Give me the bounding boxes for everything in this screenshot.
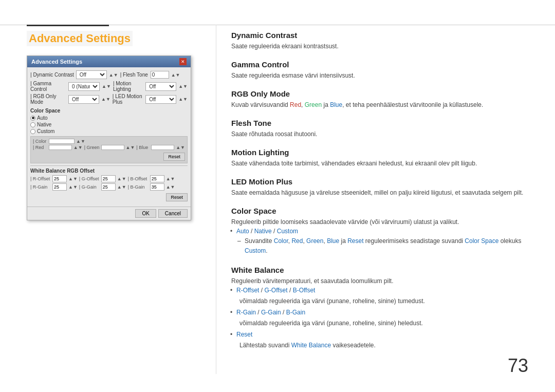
- dialog-row-3: | RGB Only Mode Off ▲▼ | LED Motion Plus…: [30, 94, 188, 105]
- dynamic-contrast-section: Dynamic Contrast Saate reguleerida ekraa…: [231, 31, 528, 51]
- led-motion-plus-heading: LED Motion Plus: [231, 177, 528, 186]
- auto-radio-row: Auto: [30, 115, 188, 121]
- section-title: Advanced Settings: [27, 31, 133, 46]
- custom-link-2: Custom: [245, 247, 266, 254]
- white-balance-section: White Balance Reguleerib värvitemperatuu…: [231, 266, 528, 350]
- motion-lighting-label: | Motion Lighting: [113, 81, 143, 92]
- white-balance-text: Reguleerib värvitemperatuuri, et saavuta…: [231, 276, 528, 286]
- blue-label: | Blue: [136, 145, 150, 150]
- dialog-footer: OK Cancel: [27, 207, 191, 220]
- rgb-only-mode-heading: RGB Only Mode: [231, 89, 528, 98]
- wb-reset-button[interactable]: Reset: [166, 193, 188, 201]
- cancel-button[interactable]: Cancel: [158, 209, 188, 218]
- native-link: Native: [254, 228, 272, 235]
- flesh-tone-input[interactable]: [151, 71, 169, 79]
- b-gain-input[interactable]: [150, 183, 164, 191]
- color-space-section: Color Space Auto Native Custom: [30, 108, 188, 134]
- white-balance-heading: White Balance: [231, 266, 528, 274]
- wb-reset-desc: Lähtestab suvandi White Balance vaikesea…: [231, 341, 528, 350]
- flesh-tone-heading: Flesh Tone: [231, 119, 528, 127]
- b-offset-input[interactable]: [150, 175, 164, 182]
- white-balance-title: White Balance RGB Offset: [30, 168, 188, 174]
- dialog-body: | Dynamic Contrast Off ▲▼ | Flesh Tone ▲…: [27, 67, 191, 207]
- auto-radio[interactable]: [30, 116, 35, 121]
- wb-offset-desc: võimaldab reguleerida iga värvi (punane,…: [231, 296, 528, 306]
- motion-lighting-select[interactable]: Off: [145, 82, 176, 91]
- gamma-control-label: | Gamma Control: [30, 81, 66, 92]
- rgb-only-mode-section: RGB Only Mode Kuvab värvisuvandid Red, G…: [231, 89, 528, 109]
- custom-radio[interactable]: [30, 129, 35, 134]
- motion-lighting-text: Saate vähendada toite tarbimist, vähenda…: [231, 159, 528, 168]
- color-reset-button[interactable]: Reset: [163, 153, 185, 161]
- blue-slider[interactable]: [151, 145, 174, 150]
- g-gain-label: | G-Gain: [79, 184, 100, 190]
- led-motion-plus-text: Saate eemaldada hägususe ja väreluse sts…: [231, 188, 528, 197]
- cs-link: Color Space: [465, 237, 498, 245]
- g-gain-link: G-Gain: [261, 309, 281, 316]
- dialog-title: Advanced Settings: [31, 59, 82, 65]
- custom-label: Custom: [37, 128, 54, 134]
- color-space-title: Color Space: [30, 108, 188, 114]
- motion-lighting-section: Motion Lighting Saate vähendada toite ta…: [231, 148, 528, 168]
- red-slider[interactable]: [49, 145, 72, 150]
- color-link: Color: [274, 237, 288, 245]
- gamma-control-section: Gamma Control Saate reguleerida esmase v…: [231, 60, 528, 80]
- color-space-sub: Suvandite Color, Red, Green, Blue ja Res…: [236, 236, 528, 256]
- color-row: | Color ▲▼: [33, 139, 185, 144]
- right-column: Dynamic Contrast Saate reguleerida ekraa…: [231, 31, 528, 359]
- b-offset-link: B-Offset: [293, 287, 316, 294]
- r-gain-label: | R-Gain: [30, 184, 51, 190]
- motion-lighting-heading: Motion Lighting: [231, 148, 528, 157]
- color-space-heading: Color Space: [231, 207, 528, 215]
- b-gain-label: | B-Gain: [128, 184, 149, 190]
- color-slider[interactable]: [49, 139, 75, 144]
- r-offset-label: | R-Offset: [30, 176, 51, 181]
- dynamic-contrast-select[interactable]: Off: [76, 70, 107, 79]
- b-offset-label: | B-Offset: [128, 176, 149, 181]
- g-offset-link: G-Offset: [264, 287, 287, 294]
- color-controls: | Color ▲▼ | Red ▲▼ | Green ▲▼ | Blue ▲▼: [30, 136, 188, 163]
- led-motion-plus-label: | LED Motion Plus: [113, 94, 143, 105]
- auto-link: Auto: [236, 228, 249, 235]
- g-gain-input[interactable]: [101, 183, 116, 191]
- wb-offset-item: R-Offset / G-Offset / B-Offset: [236, 286, 528, 295]
- dynamic-contrast-label: | Dynamic Contrast: [30, 72, 74, 78]
- color-space-options-item: Auto / Native / Custom Suvandite Color, …: [236, 227, 528, 256]
- r-offset-input[interactable]: [52, 175, 67, 182]
- rgb-only-mode-text: Kuvab värvisuvandid Red, Green ja Blue, …: [231, 100, 528, 109]
- red-label: | Red: [33, 145, 47, 150]
- native-radio[interactable]: [30, 122, 35, 127]
- wb-reset-item: Reset: [236, 330, 528, 340]
- auto-label: Auto: [37, 115, 48, 121]
- ok-button[interactable]: OK: [135, 209, 156, 218]
- rgb-only-mode-select[interactable]: Off: [68, 95, 99, 104]
- r-gain-link: R-Gain: [236, 309, 256, 316]
- color-space-section-right: Color Space Reguleerib piltide loomiseks…: [231, 207, 528, 256]
- rgb-red-link: Red: [290, 101, 301, 108]
- wb-reset-link: Reset: [236, 331, 252, 338]
- white-balance-bullets: R-Offset / G-Offset / B-Offset: [231, 286, 528, 295]
- color-label: | Color: [33, 139, 47, 144]
- g-offset-input[interactable]: [101, 175, 116, 182]
- led-motion-plus-select[interactable]: Off: [145, 95, 176, 104]
- left-column: Advanced Settings Advanced Settings ✕ | …: [27, 31, 217, 220]
- color-space-text: Reguleerib piltide loomiseks saadaolevat…: [231, 217, 528, 227]
- wb-link: White Balance: [291, 342, 331, 349]
- dynamic-contrast-heading: Dynamic Contrast: [231, 31, 528, 40]
- color-space-bullets: Auto / Native / Custom Suvandite Color, …: [231, 227, 528, 256]
- gamma-control-select[interactable]: 0 (Natural): [68, 82, 100, 91]
- green-slider[interactable]: [101, 145, 124, 150]
- flesh-tone-label: | Flesh Tone: [120, 72, 149, 78]
- wb-gain-item: R-Gain / G-Gain / B-Gain: [236, 308, 528, 318]
- r-gain-input[interactable]: [52, 183, 67, 191]
- native-radio-row: Native: [30, 122, 188, 127]
- green-label: | Green: [84, 145, 100, 150]
- reset-link: Reset: [347, 237, 363, 245]
- divider: [30, 165, 188, 166]
- dialog-close-button[interactable]: ✕: [179, 58, 187, 65]
- native-label: Native: [37, 122, 51, 127]
- flesh-tone-text: Saate rõhutada roosat ihutooni.: [231, 129, 528, 139]
- left-accent-bar: [27, 25, 109, 26]
- red-link: Red: [291, 237, 303, 245]
- dialog-titlebar: Advanced Settings ✕: [27, 56, 191, 67]
